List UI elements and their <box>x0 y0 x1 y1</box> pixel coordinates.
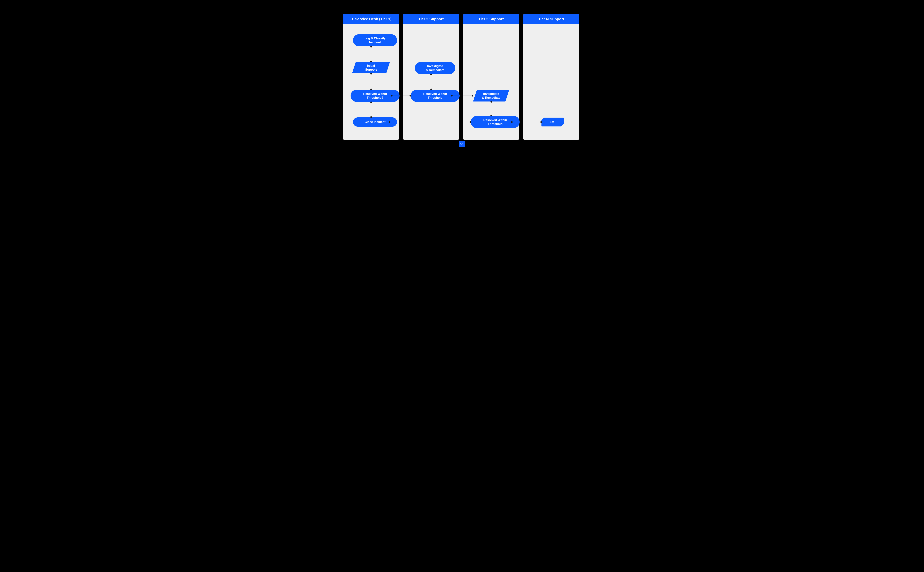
connector <box>491 101 491 116</box>
connector-dot <box>371 46 372 48</box>
connector-dot <box>430 89 432 90</box>
connector-dot <box>409 95 411 96</box>
connector-dot <box>391 95 392 96</box>
node-close-incident-text: Close Incident <box>364 120 386 124</box>
connector <box>371 102 371 117</box>
connector <box>389 122 471 122</box>
node-resolved-question-text: Resolved Within Threshold? <box>363 92 387 99</box>
lane-header-tier2: Tier 2 Support <box>403 14 459 24</box>
connector-dot <box>430 74 432 75</box>
node-t2-investigate-text: Investigate & Remediate <box>426 64 445 72</box>
node-t2-investigate: Investigate & Remediate <box>415 62 455 74</box>
brand-glyph-icon <box>460 142 464 146</box>
connector-dot <box>451 95 453 96</box>
connector-dot <box>371 101 372 103</box>
connector <box>451 96 473 96</box>
node-t3-resolved-text: Resolved Within Threshold <box>483 118 507 126</box>
lane-header-tier1: IT Service Desk (Tier 1) <box>343 14 399 24</box>
node-initial-support-text: Initial Support <box>365 64 377 72</box>
connector-dot <box>490 115 492 116</box>
node-etc: Etc. <box>541 118 564 126</box>
connector-dot <box>490 101 492 103</box>
lane-header-tier3: Tier 3 Support <box>463 14 519 24</box>
node-t3-investigate: Investigate & Remediate <box>473 90 509 101</box>
connector-dot <box>511 121 513 123</box>
connector-dot <box>470 121 471 123</box>
connector <box>512 122 541 122</box>
lane-header-tierN: Tier N Support <box>523 14 579 24</box>
connector-dot <box>371 116 372 118</box>
connector-dot <box>371 89 372 90</box>
node-etc-text: Etc. <box>550 120 555 124</box>
connector-dot <box>540 121 542 123</box>
connector <box>371 73 371 90</box>
connector <box>431 74 431 90</box>
connector-dot <box>471 95 473 96</box>
connector <box>391 96 411 96</box>
connector-dot <box>389 121 390 123</box>
diagram-canvas: IT Service Desk (Tier 1) Tier 2 Support … <box>329 0 595 150</box>
node-log-classify: Log & Classify Incident <box>353 34 397 47</box>
node-initial-support: Initial Support <box>352 62 390 73</box>
node-t3-investigate-text: Investigate & Remediate <box>482 92 501 99</box>
connector <box>371 47 371 62</box>
connector-dot <box>371 61 372 62</box>
connector-dot <box>371 73 372 75</box>
node-t2-resolved-text: Resolved Within Threshold <box>423 92 447 99</box>
node-log-classify-text: Log & Classify Incident <box>364 36 386 44</box>
brand-logo <box>459 141 465 147</box>
